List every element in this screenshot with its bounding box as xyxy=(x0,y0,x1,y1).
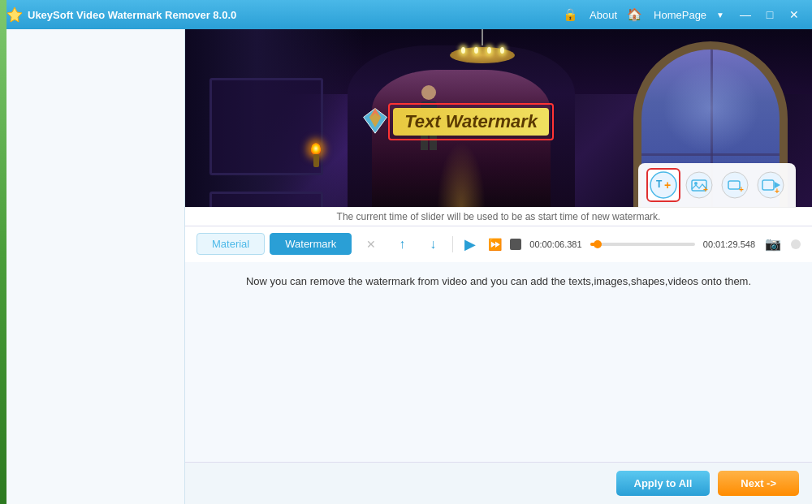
info-section: Now you can remove the watermark from vi… xyxy=(185,262,812,463)
add-image-watermark-button[interactable]: + xyxy=(682,168,716,202)
svg-text:+: + xyxy=(775,187,780,196)
svg-marker-0 xyxy=(7,7,22,22)
content-area: Text Watermark T + xyxy=(185,29,812,504)
playback-bar: Material Watermark ✕ ↑ ↓ ▶ ⏩ 00:00:06.38… xyxy=(185,226,812,262)
shape-watermark-icon: + xyxy=(721,171,749,199)
progress-bar[interactable] xyxy=(590,243,695,246)
title-bar: UkeySoft Video Watermark Remover 8.0.0 🔒… xyxy=(0,0,812,29)
window-controls: — □ ✕ xyxy=(734,3,806,26)
text-watermark-icon: T + xyxy=(650,171,677,199)
homepage-link[interactable]: HomePage xyxy=(654,9,706,21)
delete-icon: ✕ xyxy=(366,238,376,251)
current-time: 00:00:06.381 xyxy=(529,239,581,249)
torch-handle xyxy=(313,154,319,167)
separator xyxy=(452,236,453,252)
watermark-tab[interactable]: Watermark xyxy=(270,233,352,255)
volume-button[interactable]: 📷 xyxy=(763,235,783,254)
app-logo xyxy=(6,6,23,23)
svg-point-5 xyxy=(650,172,676,198)
image-watermark-icon: + xyxy=(685,171,713,199)
apply-to-all-button[interactable]: Apply to All xyxy=(616,471,710,496)
delete-item-button[interactable]: ✕ xyxy=(360,233,382,256)
svg-point-8 xyxy=(686,172,712,198)
title-nav: 🔒 About 🏠 HomePage ▼ xyxy=(563,7,724,22)
svg-text:+: + xyxy=(703,185,708,194)
next-button[interactable]: Next -> xyxy=(718,471,799,496)
chandelier-light xyxy=(487,47,491,54)
close-button[interactable]: ✕ xyxy=(783,3,806,26)
move-up-button[interactable]: ↑ xyxy=(391,233,413,256)
tab-area: Material Watermark xyxy=(197,233,352,255)
chandelier-body xyxy=(450,47,515,63)
svg-text:+: + xyxy=(664,179,671,192)
svg-point-12 xyxy=(722,172,748,198)
minimize-button[interactable]: — xyxy=(734,3,757,26)
chandelier-light xyxy=(461,47,465,54)
watermark-logo-icon xyxy=(361,106,390,138)
chandelier-light xyxy=(474,47,478,54)
lock-icon: 🔒 xyxy=(563,7,578,22)
app-title: UkeySoft Video Watermark Remover 8.0.0 xyxy=(28,9,563,21)
maximize-button[interactable]: □ xyxy=(758,3,781,26)
end-time: 00:01:29.548 xyxy=(703,239,755,249)
settings-dot[interactable] xyxy=(791,239,801,249)
video-watermark-icon: + xyxy=(757,171,784,199)
arch-divider-h xyxy=(641,153,780,156)
watermark-toolbar: T + + xyxy=(638,163,796,207)
watermark-text: Text Watermark xyxy=(393,108,549,136)
down-icon: ↓ xyxy=(430,237,436,252)
add-shape-watermark-button[interactable]: + xyxy=(718,168,752,202)
video-container: Text Watermark T + xyxy=(185,29,812,207)
wall-panel-1 xyxy=(209,78,323,175)
chandelier-chain xyxy=(482,29,483,45)
main-layout: Text Watermark T + xyxy=(0,29,812,504)
add-video-watermark-button[interactable]: + xyxy=(754,168,788,202)
step-forward-button[interactable]: ⏩ xyxy=(487,237,502,252)
add-text-watermark-button[interactable]: T + xyxy=(646,168,680,202)
wall-panel-2 xyxy=(209,192,323,207)
door-glow xyxy=(437,142,486,207)
chandelier-light xyxy=(500,47,504,54)
left-wall xyxy=(185,29,364,207)
torch-flame xyxy=(311,143,321,154)
up-icon: ↑ xyxy=(399,237,405,252)
material-tab[interactable]: Material xyxy=(197,233,265,255)
chandelier-lights xyxy=(450,47,515,54)
left-torch xyxy=(311,143,321,167)
hint-text: The current time of slider will be used … xyxy=(337,211,661,222)
dropdown-icon[interactable]: ▼ xyxy=(716,11,724,19)
sidebar xyxy=(0,29,185,504)
about-link[interactable]: About xyxy=(590,9,617,21)
stop-button[interactable] xyxy=(510,239,521,250)
svg-text:T: T xyxy=(656,179,663,190)
left-edge-decoration xyxy=(0,0,6,504)
char-head xyxy=(421,85,436,100)
hint-bar: The current time of slider will be used … xyxy=(185,207,812,226)
home-icon: 🏠 xyxy=(627,7,642,22)
progress-thumb xyxy=(594,240,602,248)
svg-text:+: + xyxy=(739,185,744,194)
watermark-overlay: Text Watermark xyxy=(361,106,549,138)
info-text: Now you can remove the watermark from vi… xyxy=(246,275,751,287)
bottom-bar: Apply to All Next -> xyxy=(185,462,812,504)
watermark-text-wrapper: Text Watermark xyxy=(393,108,549,136)
move-down-button[interactable]: ↓ xyxy=(421,233,444,256)
chandelier-main xyxy=(450,29,515,63)
video-background: Text Watermark T + xyxy=(185,29,812,207)
window-glow xyxy=(663,62,759,153)
play-button[interactable]: ▶ xyxy=(461,235,479,253)
